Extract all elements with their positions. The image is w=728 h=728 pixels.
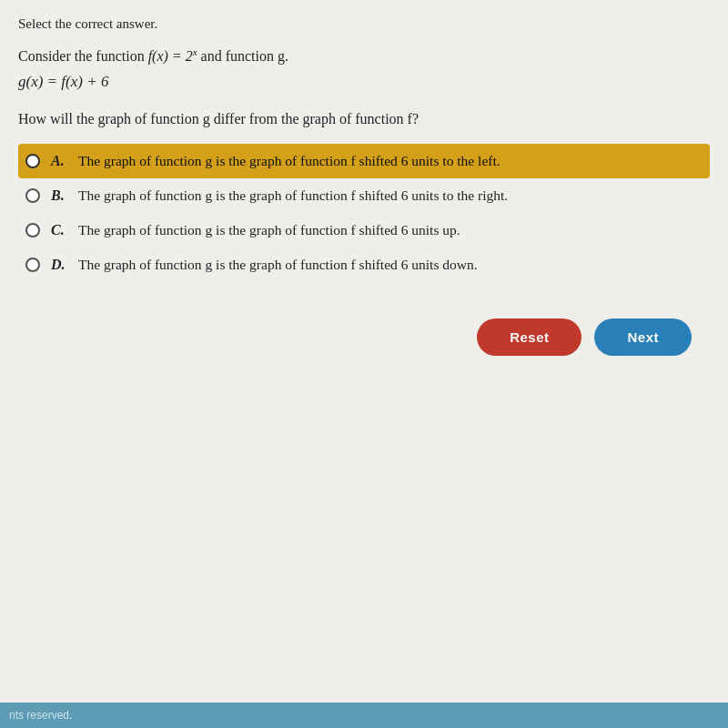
option-row-b[interactable]: B. The graph of function g is the graph … [18,178,710,213]
footer-text: nts reserved. [9,709,72,722]
problem-line1-prefix: Consider the function [18,48,148,64]
problem-line1-suffix: and function g. [197,48,288,64]
problem-block: Consider the function f(x) = 2x and func… [18,45,710,98]
question-text: How will the graph of function g differ … [18,111,710,127]
option-row-a[interactable]: A. The graph of function g is the graph … [18,144,710,178]
option-row-d[interactable]: D. The graph of function g is the graph … [18,248,710,282]
option-label-a: A. [51,153,69,169]
option-text-b: The graph of function g is the graph of … [78,187,508,204]
option-row-c[interactable]: C. The graph of function g is the graph … [18,213,710,248]
option-label-b: B. [51,187,69,204]
reset-button[interactable]: Reset [477,318,581,356]
option-label-d: D. [51,257,69,273]
options-container: A. The graph of function g is the graph … [18,144,710,282]
radio-c[interactable] [25,223,40,238]
formula-g: g(x) = f(x) + 6 [18,73,108,90]
footer-bar: nts reserved. [0,703,728,728]
instruction-text: Select the correct answer. [18,16,710,32]
option-label-c: C. [51,222,69,238]
radio-d[interactable] [25,258,40,272]
function-f-formula: f(x) = 2x [148,48,197,64]
option-text-a: The graph of function g is the graph of … [78,153,500,169]
problem-line1: Consider the function f(x) = 2x and func… [18,45,710,67]
formula-block: g(x) = f(x) + 6 [18,73,710,91]
next-button[interactable]: Next [594,318,692,356]
radio-a[interactable] [25,154,40,168]
option-text-d: The graph of function g is the graph of … [78,257,478,273]
buttons-row: Reset Next [18,318,710,356]
page-container: Select the correct answer. Consider the … [0,0,728,728]
radio-b[interactable] [25,188,40,203]
option-text-c: The graph of function g is the graph of … [78,222,460,238]
